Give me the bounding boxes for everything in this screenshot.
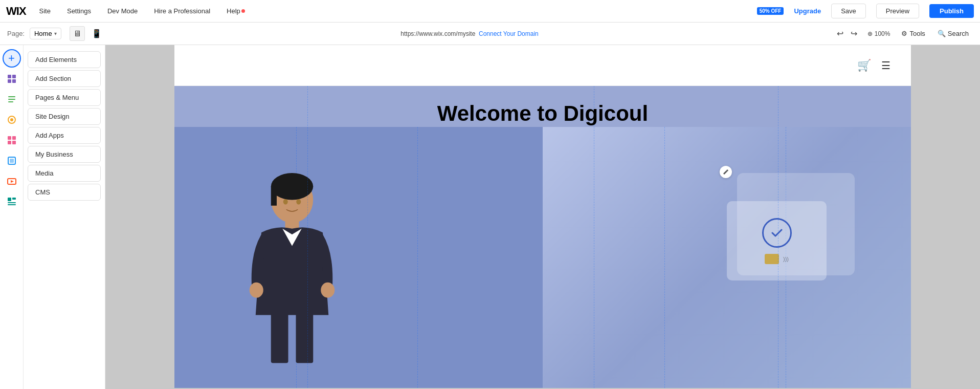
person-illustration [215,142,369,388]
svg-rect-17 [8,198,11,201]
search-button[interactable]: 🔍 Search [933,28,973,39]
publish-button[interactable]: Publish [929,4,974,18]
site-design-button[interactable]: Site Design [28,108,101,125]
hero-right-col: ))) [543,127,911,388]
sidebar-business-button[interactable] [3,152,21,170]
svg-rect-30 [296,313,314,363]
hero-section: Welcome to Digicoul [174,86,911,388]
search-icon: 🔍 [938,30,946,37]
svg-rect-20 [8,204,16,205]
add-section-button[interactable]: Add Section [28,70,101,87]
svg-rect-9 [8,136,11,140]
sidebar-add-button[interactable]: + [3,49,21,68]
sidebar-media-button[interactable] [3,172,21,190]
desktop-view-button[interactable]: 🖥 [70,26,85,41]
svg-rect-6 [8,101,13,102]
sidebar-apps-button[interactable] [3,131,21,149]
svg-rect-2 [8,79,11,83]
undo-button[interactable]: ↩ [834,27,847,40]
site-header: 🛒 ☰ [174,45,911,86]
page-label: Page: [7,30,25,37]
canvas-area: 🛒 ☰ Welcome to Digicoul [105,45,980,389]
svg-rect-4 [8,96,15,97]
svg-point-28 [321,283,335,298]
wix-logo: WIX [6,5,26,18]
svg-rect-14 [10,159,14,163]
main-layout: + Add Elements Add Section Pages & Menu … [0,45,980,389]
my-business-button[interactable]: My Business [28,146,101,163]
nav-help[interactable]: Help [224,5,248,17]
nav-site[interactable]: Site [36,5,54,17]
sidebar-icons: + [0,45,24,389]
svg-point-25 [296,199,301,205]
toolbar-right: ↩ ↪ ⊕ 100% ⚙ Tools 🔍 Search [834,27,973,40]
sidebar-panel: Add Elements Add Section Pages & Menu Si… [24,45,105,389]
pages-menu-button[interactable]: Pages & Menu [28,89,101,106]
add-apps-button[interactable]: Add Apps [28,127,101,144]
svg-rect-18 [12,198,16,200]
upgrade-button[interactable]: Upgrade [794,7,821,15]
url-bar: https://www.wix.com/mysite Connect Your … [110,30,829,37]
svg-rect-19 [8,202,16,203]
tools-icon: ⚙ [901,30,907,37]
hero-columns: ))) [174,127,911,388]
nav-settings[interactable]: Settings [64,5,94,17]
edit-icon[interactable] [720,166,732,178]
nav-hire[interactable]: Hire a Professional [151,5,213,17]
contactless-icon: ))) [783,256,789,262]
view-toggle: 🖥 📱 [70,26,105,41]
svg-marker-16 [11,180,14,183]
svg-rect-29 [271,313,288,363]
discount-badge: 50% OFF [757,7,784,15]
svg-rect-1 [12,75,16,78]
cms-button[interactable]: CMS [28,184,101,201]
editor-toolbar: Page: Home ▾ 🖥 📱 https://www.wix.com/mys… [0,23,980,45]
svg-rect-23 [271,186,277,206]
welcome-heading: Welcome to Digicoul [437,101,648,126]
site-canvas: 🛒 ☰ Welcome to Digicoul [174,45,911,388]
mobile-view-button[interactable]: 📱 [88,26,105,41]
svg-rect-11 [8,141,11,144]
cart-icon[interactable]: 🛒 [857,59,871,72]
zoom-level: ⊕ 100% [864,28,893,39]
tools-button[interactable]: ⚙ Tools [897,28,929,39]
sidebar-pages-button[interactable] [3,90,21,109]
vertical-guide-3 [664,127,665,388]
chevron-down-icon: ▾ [54,31,57,36]
undo-redo-group: ↩ ↪ [834,27,860,40]
connect-domain-link[interactable]: Connect Your Domain [479,30,539,37]
zoom-icon: ⊕ [867,30,873,37]
checkmark-circle [762,218,792,248]
svg-point-8 [10,118,13,121]
sidebar-design-button[interactable] [3,111,21,129]
svg-point-27 [250,283,263,298]
help-notification-dot [241,9,245,13]
redo-button[interactable]: ↪ [848,27,860,40]
svg-point-24 [283,199,288,205]
svg-rect-3 [12,79,16,83]
page-selector[interactable]: Home ▾ [30,28,61,39]
pencil-icon [722,168,729,176]
card-front: ))) [727,201,827,280]
chip-icon [765,254,779,264]
checkmark-icon [769,225,785,241]
svg-rect-0 [8,75,11,78]
save-button[interactable]: Save [831,4,866,18]
svg-rect-5 [8,99,15,100]
svg-rect-10 [12,136,16,140]
media-button[interactable]: Media [28,165,101,182]
hero-left-col [174,127,543,388]
top-nav: WIX Site Settings Dev Mode Hire a Profes… [0,0,980,23]
sidebar-cms-button[interactable] [3,192,21,211]
svg-point-22 [271,173,314,200]
hamburger-menu-icon[interactable]: ☰ [881,59,890,72]
preview-button[interactable]: Preview [876,4,919,18]
card-chip-row: ))) [765,254,789,264]
sidebar-elements-button[interactable] [3,70,21,88]
nav-devmode[interactable]: Dev Mode [104,5,141,17]
svg-rect-12 [12,141,16,144]
vertical-guide-2 [417,127,418,388]
add-elements-button[interactable]: Add Elements [28,51,101,68]
